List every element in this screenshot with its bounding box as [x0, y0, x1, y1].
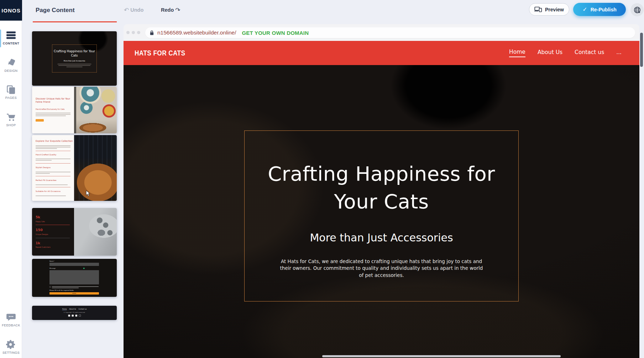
horizontal-scrollbar-thumb[interactable]: [322, 355, 561, 357]
stat-label: Happy Cats: [36, 221, 45, 223]
sidebar-item-label: FEEDBACK: [0, 324, 22, 327]
gear-icon: [6, 340, 16, 349]
stats-thumb-photo: [74, 208, 117, 256]
sidebar-item-label: DESIGN: [0, 69, 22, 73]
lock-icon: [150, 30, 154, 36]
section-thumbnail-stats[interactable]: 5k Happy Cats 150 Unique Designs 1k Repe…: [32, 208, 117, 256]
sidebar-item-label: PAGES: [0, 96, 22, 100]
stat-value: 1k: [36, 241, 40, 245]
sidebar-item-content[interactable]: CONTENT: [0, 30, 22, 45]
panel-title: Page Content: [36, 7, 75, 14]
hero-subtitle: More than Just Accessories: [245, 231, 518, 244]
content-icon: [6, 30, 16, 40]
stat-value: 150: [36, 228, 43, 232]
sidebar-item-design[interactable]: DESIGN: [0, 58, 22, 73]
globe-button[interactable]: [630, 3, 644, 16]
collection-thumb-item: Suitable for All Occasions: [36, 190, 61, 193]
design-icon: [6, 58, 16, 68]
feature-thumb-button: [36, 119, 44, 122]
hero-thumb-title: Crafting Happiness for Your Cats: [52, 49, 97, 58]
sidebar-item-label: SETTINGS: [0, 351, 22, 354]
globe-icon: [633, 6, 641, 14]
hero-body-text: At Hats for Cats, we are dedicated to cr…: [278, 258, 485, 279]
undo-icon: ↶: [124, 6, 129, 14]
form-name-input: [49, 263, 99, 266]
site-nav: Home About Us Contact us ...: [509, 49, 622, 57]
collection-thumb-item: Stylish Designs: [36, 166, 51, 169]
collection-thumb-item: Perfect Fit Guarantee: [36, 179, 56, 182]
devices-icon: [534, 6, 542, 12]
twitter-icon: [72, 315, 74, 317]
footer-thumb-social-icons: [32, 315, 117, 317]
redo-icon: ↷: [175, 6, 180, 14]
collection-thumb-item: Hand-Crafted Quality: [36, 154, 56, 156]
collection-thumb-photo: [74, 135, 117, 201]
feedback-bubble-icon: [6, 312, 16, 322]
url-bar[interactable]: n1566589.websitebuilder.online/ GET YOUR…: [145, 27, 635, 38]
hero-thumb-subtitle: More than Just Accessories: [52, 60, 97, 62]
hero-thumb-box: Crafting Happiness for Your Cats More th…: [52, 44, 97, 73]
hero-content-box[interactable]: Crafting Happiness for Your Cats More th…: [244, 130, 519, 301]
website-builder-app: IONOS CONTENT DESIGN PAGES SHOP: [0, 0, 644, 358]
nav-link-about[interactable]: About Us: [538, 49, 562, 57]
section-thumbnail-footer[interactable]: HomeAbout UsContact us © Copyright. All …: [32, 306, 117, 320]
redo-button[interactable]: Redo ↷: [161, 6, 180, 14]
browser-dot: [126, 31, 130, 34]
form-send-button: [49, 292, 99, 295]
section-thumbnail-feature[interactable]: Discover Unique Hats for Your Feline Fri…: [32, 87, 117, 133]
sidebar: IONOS CONTENT DESIGN PAGES SHOP: [0, 0, 22, 358]
sidebar-item-pages[interactable]: PAGES: [0, 85, 22, 100]
form-name-label: Name*: [49, 260, 54, 262]
form-message-textarea: [49, 270, 99, 284]
section-thumbnail-contact-form[interactable]: Name* Message Please fill in all the req…: [32, 259, 117, 297]
site-url: n1566589.websitebuilder.online/: [157, 30, 236, 36]
sidebar-item-settings[interactable]: SETTINGS: [0, 340, 22, 354]
section-thumbnail-hero[interactable]: Crafting Happiness for Your Cats More th…: [32, 31, 117, 86]
pages-icon: [6, 85, 16, 95]
site-hero-section[interactable]: Crafting Happiness for Your Cats More th…: [124, 65, 639, 358]
nav-overflow-menu[interactable]: ...: [616, 49, 622, 57]
redo-label: Redo: [161, 7, 174, 13]
form-message-label: Message: [49, 267, 56, 269]
footer-thumb-copyright: © Copyright. All rights reserved.: [32, 312, 117, 314]
browser-dot: [137, 31, 140, 34]
site-logo[interactable]: HATS FOR CATS: [135, 49, 185, 57]
hero-title: Crafting Happiness for Your Cats: [245, 160, 518, 216]
linkedin-icon: [75, 315, 77, 317]
feature-thumb-heading: Discover Unique Hats for Your Feline Fri…: [36, 97, 70, 103]
sidebar-item-label: SHOP: [0, 123, 22, 127]
collection-thumb-heading: Explore Our Exquisite Collection: [36, 140, 73, 143]
stat-label: Repeat Customers: [36, 246, 50, 248]
check-icon: ✓: [582, 6, 587, 13]
undo-button[interactable]: ↶ Undo: [124, 6, 143, 14]
form-required-note: Please fill in all the required fields: [49, 289, 74, 291]
section-thumbnail-collection[interactable]: Explore Our Exquisite Collection Hand-Cr…: [32, 135, 117, 201]
preview-label: Preview: [545, 7, 564, 12]
instagram-icon: [79, 315, 81, 317]
nav-link-contact[interactable]: Contact us: [575, 49, 604, 57]
feature-thumb-subheading: Handcrafted Exclusively for Cats: [36, 108, 70, 110]
browser-dot: [132, 31, 135, 34]
ionos-logo[interactable]: IONOS: [0, 0, 22, 21]
stat-label: Unique Designs: [36, 234, 48, 235]
undo-label: Undo: [130, 7, 143, 13]
cart-icon: [6, 112, 16, 122]
sidebar-item-shop[interactable]: SHOP: [0, 112, 22, 127]
facebook-icon: [68, 315, 70, 317]
panel-active-tab-underline: [33, 21, 117, 22]
vertical-scrollbar-thumb[interactable]: [640, 33, 643, 67]
nav-link-home[interactable]: Home: [509, 49, 525, 57]
sidebar-item-label: CONTENT: [0, 42, 22, 45]
republish-label: Re-Publish: [591, 7, 617, 12]
feature-thumb-text: Discover Unique Hats for Your Feline Fri…: [32, 87, 74, 133]
get-your-own-domain-link[interactable]: GET YOUR OWN DOMAIN: [242, 30, 309, 36]
stat-value: 5k: [36, 215, 40, 219]
form-attachment-icon: [83, 268, 85, 269]
footer-thumb-nav: HomeAbout UsContact us: [32, 308, 117, 310]
feature-thumb-photo: [74, 87, 117, 133]
sidebar-item-feedback[interactable]: FEEDBACK: [0, 312, 22, 327]
site-header[interactable]: HATS FOR CATS Home About Us Contact us .…: [124, 41, 639, 65]
form-consent-checkbox: [49, 286, 51, 288]
republish-button[interactable]: ✓ Re-Publish: [573, 3, 626, 16]
preview-button[interactable]: Preview: [529, 3, 569, 16]
